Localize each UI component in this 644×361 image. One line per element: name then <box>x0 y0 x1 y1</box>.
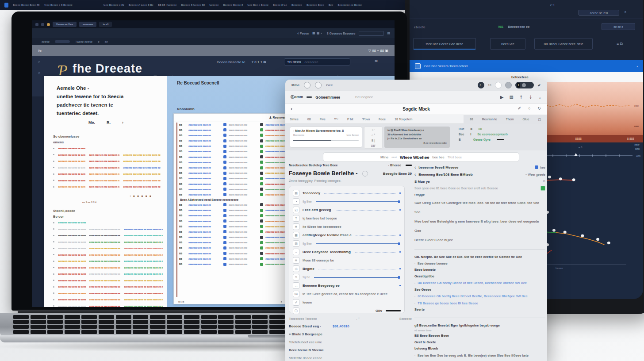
strip-icon[interactable]: ○ ' <box>372 128 375 131</box>
keyboard-key[interactable] <box>235 330 251 334</box>
keyboard-key[interactable] <box>218 320 234 324</box>
tablet-tab-icons[interactable]: ≡ ⧉ <box>617 42 623 46</box>
pen-icon[interactable]: ✒ <box>536 82 542 88</box>
slider-track[interactable] <box>316 201 400 202</box>
tab-item[interactable]: Feee <box>374 118 390 121</box>
menubar-item[interactable]: Beeeee A Geee 8 Be <box>129 4 153 6</box>
bluebar-right-icon[interactable]: ▪ <box>637 65 638 68</box>
keyboard-key[interactable] <box>47 325 63 329</box>
keyboard-key[interactable] <box>65 330 80 334</box>
keyboard-key[interactable] <box>13 325 29 329</box>
menu-grid-icon[interactable]: ▤ <box>387 31 390 35</box>
slider-knob[interactable] <box>398 242 400 245</box>
subrow-pill[interactable] <box>55 40 70 43</box>
circle-icon[interactable]: ○ <box>38 71 40 75</box>
keyboard-key[interactable] <box>269 330 285 334</box>
subrow-a[interactable]: eee9e <box>42 40 50 43</box>
keyboard-key[interactable] <box>31 325 46 329</box>
keyboard-key[interactable] <box>167 315 182 319</box>
subrow-b[interactable]: Tweee eee9e <box>75 40 92 43</box>
keyboard-key[interactable] <box>167 325 182 329</box>
keyboard-key[interactable] <box>116 315 131 319</box>
browser-tab-3[interactable]: le e8 <box>99 22 112 27</box>
tab-item-dark[interactable]: Reunion te <box>478 118 502 121</box>
menubar-app-icon[interactable] <box>4 3 8 8</box>
keyboard-key[interactable] <box>81 330 97 334</box>
keyboard-key[interactable] <box>31 320 46 324</box>
laptop-menu-right[interactable]: √ Peeee ▦▩▪ 8 Geeeeee Beeeeee ▤ <box>297 28 390 38</box>
form-title-right-link[interactable]: Beeeglie Beee 39 <box>383 172 412 176</box>
tablet-status-button[interactable]: ee ee e <box>602 23 635 30</box>
keyboard-key[interactable] <box>13 330 29 334</box>
browser-tab-2[interactable]: eeeeeee <box>79 22 96 27</box>
keyboard-key[interactable] <box>184 330 199 334</box>
tab-item-dark[interactable]: 88 <box>465 118 478 121</box>
slider-track[interactable] <box>316 243 400 244</box>
form-header-right[interactable]: · Bheeee <box>388 164 401 167</box>
form-row[interactable]: ◔9g Eee <box>293 197 401 206</box>
keyboard-key[interactable] <box>201 330 217 334</box>
circle-icon[interactable]: ○ <box>528 106 530 111</box>
icon-strip[interactable]: ○ '○ °B |DB' <box>364 127 383 149</box>
play-icon[interactable]: ▶ <box>500 95 504 100</box>
header-mail-icon[interactable]: ✉ <box>375 59 379 63</box>
menubar-item[interactable]: Beeee 8 Ge <box>273 4 287 6</box>
keyboard-key[interactable] <box>218 325 234 329</box>
keyboard-key[interactable] <box>167 320 182 324</box>
keyboard-key[interactable] <box>133 330 148 334</box>
tablet-tab-2[interactable]: Beet Gee <box>490 38 525 50</box>
tab-item-dark[interactable]: ▢ <box>533 118 545 121</box>
keyboard-key[interactable] <box>47 320 63 324</box>
summary-card[interactable]: ◦ Mee An Mieem Boreeemeeree tee, 8 Beeee… <box>290 127 362 148</box>
form-row[interactable]: ▤Teeeeeeey <box>293 189 401 197</box>
form-header-dash[interactable] <box>406 165 412 166</box>
right-link[interactable]: ◦BB Beeeeee Gb beeby Beeee Bt bee Beeeb,… <box>414 280 545 287</box>
left-panel-nav-item[interactable]: › <box>122 120 123 125</box>
green-square-icon[interactable] <box>540 186 545 191</box>
menubar-item[interactable]: Teee Beeee e 8 Beeeee <box>44 4 72 6</box>
keyboard-key[interactable] <box>252 315 268 319</box>
tab-item[interactable]: Five <box>315 118 330 121</box>
avatar[interactable]: ☾ <box>478 82 484 88</box>
menubar-item[interactable]: Beeee Beeee Beee 88 <box>13 4 39 6</box>
form-row[interactable]: S9g Ee <box>293 273 401 281</box>
browser-tab[interactable]: Beeee ee Bee <box>53 22 77 27</box>
keyboard-key[interactable] <box>31 315 46 319</box>
pencil-icon[interactable]: ✐ <box>518 106 521 111</box>
last-dash[interactable] <box>386 310 401 311</box>
gray-note-card[interactable]: te Ⓑ FeeØ Shee Heedeeery e 39 aAbereed b… <box>384 127 450 148</box>
grayrow-right-icons[interactable]: ▽ 98 ⌁ 88 ▣ <box>368 49 388 53</box>
menubar-item[interactable]: Beeeeee Beee <box>307 4 324 6</box>
left-panel-nav-item[interactable]: Me. <box>88 120 95 125</box>
keyboard-key[interactable] <box>99 315 114 319</box>
keyboard-key[interactable] <box>116 330 131 334</box>
tab-item[interactable]: 'Povu <box>358 118 374 121</box>
right-header-action[interactable]: bee <box>535 165 545 169</box>
slider-track[interactable] <box>314 277 400 278</box>
keyboard-key[interactable] <box>47 315 63 319</box>
keyboard-key[interactable] <box>235 325 251 329</box>
left-panel-nav[interactable]: Me.R.› <box>88 120 123 125</box>
tablet-blue-bar[interactable]: Gee Bee Yeeed / beed eeteel ▪ <box>410 60 643 72</box>
keyboard-key[interactable] <box>184 320 199 324</box>
tab-item[interactable]: Simee <box>285 118 303 121</box>
strip-icon[interactable]: B | <box>372 139 375 142</box>
keyboard-key[interactable] <box>133 315 148 319</box>
slider-knob[interactable] <box>398 276 400 279</box>
search-icon[interactable]: ⌕ <box>38 59 40 64</box>
keyboard-key[interactable] <box>167 330 182 334</box>
arrow-up-icon[interactable]: ⇡ <box>519 95 523 100</box>
titlebar-white-circle[interactable] <box>495 82 502 88</box>
right-header-row[interactable]: ‹beeeeme 9eee8 Meeeeebee <box>414 164 545 171</box>
keyboard-key[interactable] <box>184 325 199 329</box>
titlebar-circle-button-2[interactable] <box>315 82 322 88</box>
window-search-pill[interactable]: Mlne eeet Wleee Wbehee bee bee TKnt beee <box>323 152 519 162</box>
toolbar-goneemmeee-label[interactable]: Goneemmeee <box>315 95 340 100</box>
pagination-dots[interactable]: ▪ ■ ■ ■ ■ ■ <box>130 195 152 197</box>
tab-item[interactable]: P bit <box>343 118 358 121</box>
keyboard-key[interactable] <box>13 315 29 319</box>
titlebar-toggle-pill[interactable]: I <box>515 82 534 88</box>
form-row[interactable]: ◎Begme <box>293 265 401 273</box>
keyboard-key[interactable] <box>150 315 165 319</box>
toolbar-samm-label[interactable]: Ⓢamm <box>291 95 303 100</box>
